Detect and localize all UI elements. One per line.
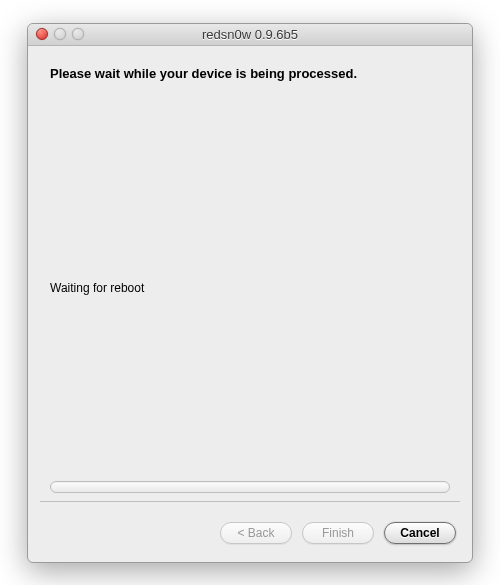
finish-button: Finish — [302, 522, 374, 544]
divider — [40, 501, 460, 502]
titlebar[interactable]: redsn0w 0.9.6b5 — [28, 24, 472, 46]
footer: < Back Finish Cancel — [28, 510, 472, 562]
traffic-lights — [36, 28, 84, 40]
zoom-icon — [72, 28, 84, 40]
back-button: < Back — [220, 522, 292, 544]
status-text: Waiting for reboot — [50, 281, 450, 295]
instruction-text: Please wait while your device is being p… — [50, 66, 450, 81]
progress-bar — [50, 481, 450, 493]
cancel-button[interactable]: Cancel — [384, 522, 456, 544]
close-icon[interactable] — [36, 28, 48, 40]
content-area: Please wait while your device is being p… — [28, 46, 472, 510]
minimize-icon — [54, 28, 66, 40]
app-window: redsn0w 0.9.6b5 Please wait while your d… — [27, 23, 473, 563]
window-title: redsn0w 0.9.6b5 — [28, 27, 472, 42]
